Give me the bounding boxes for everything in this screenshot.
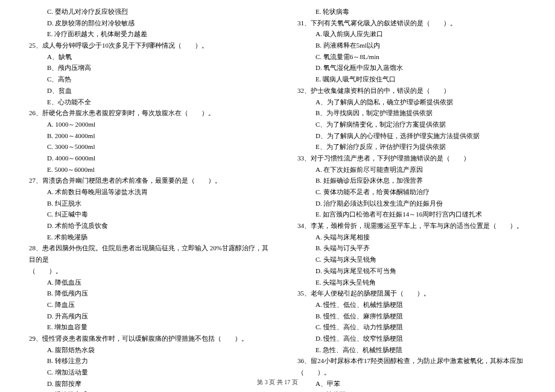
page-footer: 第 3 页 共 17 页 — [0, 377, 555, 387]
question-option: B. 转移注意力 — [18, 355, 268, 367]
question-option: B. 慢性、低位、麻痹性肠梗阻 — [287, 311, 537, 322]
question-option: D. 皮肤较薄的部位对冷较敏感 — [18, 17, 268, 29]
question-option: E. 头端与床头呈钝角 — [287, 277, 537, 288]
question-option: D. 术前给予流质饮食 — [18, 220, 268, 232]
question-stem: 29、慢性肾炎患者腹痛发作时，可以缓解腹痛的护理措施不包括（ ）。 — [18, 333, 268, 344]
question-option: B、浓盐酸 — [287, 389, 537, 392]
question-option: D. 升高颅内压 — [18, 311, 268, 322]
question-stem: 36、留24小时尿标本作17羟类固醇检查，为防止尿中激素被氧化，其标本应加（ ）… — [287, 355, 537, 378]
question-option: A. 头端与床尾相接 — [287, 232, 537, 243]
question-stem: 26、肝硬化合并腹水患者腹腔穿刺时，每次放腹水在（ ）。 — [18, 107, 268, 119]
two-column-layout: C. 婴幼儿对冷疗反应较强烈D. 皮肤较薄的部位对冷较敏感E. 冷疗面积越大，机… — [18, 6, 537, 365]
question-option: C. 降血压 — [18, 299, 268, 311]
question-option: C. 婴幼儿对冷疗反应较强烈 — [18, 6, 268, 17]
question-option: E. 如宫颈内口松弛者可在妊娠14～16周时行宫内口缝扎术 — [287, 209, 537, 220]
question-option: C. 慢性、高位、动力性肠梗阻 — [287, 321, 537, 333]
question-option: C. 纠正碱中毒 — [18, 209, 268, 220]
question-stem-continued: （ ）。 — [18, 265, 268, 277]
question-option: A. 吸入前病人应先漱口 — [287, 28, 537, 40]
question-option: E、心功能不全 — [18, 96, 268, 108]
question-option: C、高热 — [18, 74, 268, 85]
question-option: B. 纠正脱水 — [18, 198, 268, 209]
question-option: D. 治疗期必须达到以往发生流产的妊娠月份 — [287, 198, 537, 209]
question-option: E. 急性、高位、机械性肠梗阻 — [287, 344, 537, 356]
question-option: C. 头端与床头呈锐角 — [287, 254, 537, 265]
question-option: A、为了解病人的隐私，确立护理诊断提供依据 — [287, 96, 537, 108]
question-stem: 34、李某，颈椎骨折，现需搬运至平车上，平车与床的适当位置是（ ）。 — [287, 220, 537, 232]
question-stem: 33、对于习惯性流产患者，下列护理措施错误的是（ ） — [287, 153, 537, 164]
question-option: E. 5000～6000ml — [18, 164, 268, 175]
question-option: D. 慢性、高位、绞窄性肠梗阻 — [287, 333, 537, 344]
question-option: E. 术前晚灌肠 — [18, 232, 268, 243]
question-option: A. 降低血压 — [18, 277, 268, 288]
question-option: C. 黄体功能不足者，给黄体酮辅助治疗 — [287, 186, 537, 198]
question-option: A. 在下次妊娠前尽可能查明流产原因 — [287, 164, 537, 175]
question-option: B. 头端与订头平齐 — [287, 242, 537, 254]
question-option: D. 4000～6000ml — [18, 153, 268, 164]
question-option: B. 妊娠确诊后应卧床休息，加强营养 — [287, 175, 537, 186]
question-option: B. 2000～4000ml — [18, 130, 268, 142]
question-option: E. 冷疗面积越大，机体耐受力越差 — [18, 28, 268, 40]
question-option: B. 药液稀释在5ml以内 — [287, 40, 537, 51]
question-option: C. 3000～5000ml — [18, 141, 268, 153]
question-option: B、为寻找病因，制定护理措施提供依据 — [287, 107, 537, 119]
question-option: E. 播放轻音乐 — [18, 389, 268, 392]
question-option: E. 增加血容量 — [18, 321, 268, 333]
question-option: D. 头端与床尾呈锐不可当角 — [287, 265, 537, 277]
question-option: C. 增加活动量 — [18, 367, 268, 378]
question-option: C. 氧流量需6～8L/min — [287, 51, 537, 63]
question-option: D、贫血 — [18, 85, 268, 96]
right-column: E. 轮状病毒31、下列有关氧气雾化吸入的叙述错误的是（ ）。A. 吸入前病人应… — [287, 6, 537, 365]
question-option: A. 1000～2000ml — [18, 119, 268, 130]
question-option: A. 慢性、低位、机械性肠梗阻 — [287, 299, 537, 311]
question-stem: 27、胃溃疡合并幽门梗阻患者的术前准备，最重要的是（ ）。 — [18, 175, 268, 186]
question-option: E. 嘱病人吸气时应按住气口 — [287, 74, 537, 85]
left-column: C. 婴幼儿对冷疗反应较强烈D. 皮肤较薄的部位对冷较敏感E. 冷疗面积越大，机… — [18, 6, 268, 365]
question-option: A. 腹部焐热水袋 — [18, 344, 268, 356]
question-stem: 35、老年人便秘引起的肠梗阻属于（ ）。 — [287, 288, 537, 299]
question-option: E. 轮状病毒 — [287, 6, 537, 17]
question-stem: 28、患者因脑外伤住院。住院后患者出现脑疝征兆，立即输入 20%甘露醇治疗，其目… — [18, 242, 268, 265]
question-stem: 32、护士收集健康资料的目的中，错误的是（ ） — [287, 85, 537, 96]
question-option: C、为了解病情变化，制定治疗方案提供依据 — [287, 119, 537, 130]
question-stem: 25、成人每分钟呼吸少于10次多见于下列哪种情况（ ）。 — [18, 40, 268, 51]
question-option: E、为了解治疗反应，评估护理行为提供依据 — [287, 141, 537, 153]
question-option: D、为了解病人的心理特征，选择护理实施方法提供依据 — [287, 130, 537, 142]
question-stem: 31、下列有关氧气雾化吸入的叙述错误的是（ ）。 — [287, 17, 537, 29]
question-option: A. 术前数日每晚用温等渗盐水洗胃 — [18, 186, 268, 198]
question-option: D. 氧气湿化瓶中应加入蒸馏水 — [287, 62, 537, 74]
question-option: B. 降低颅内压 — [18, 288, 268, 299]
question-option: A、缺氧 — [18, 51, 268, 63]
question-option: B、颅内压增高 — [18, 62, 268, 74]
